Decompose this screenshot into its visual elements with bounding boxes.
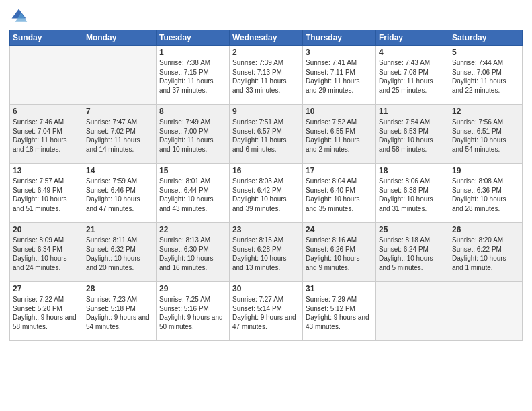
day-info: Sunrise: 8:08 AMSunset: 6:36 PMDaylight:… bbox=[452, 177, 519, 213]
calendar-cell: 30Sunrise: 7:27 AMSunset: 5:14 PMDayligh… bbox=[230, 282, 303, 341]
day-info: Sunrise: 7:38 AMSunset: 7:15 PMDaylight:… bbox=[159, 58, 226, 95]
day-info: Sunrise: 8:18 AMSunset: 6:24 PMDaylight:… bbox=[379, 236, 446, 272]
calendar-cell: 26Sunrise: 8:20 AMSunset: 6:22 PMDayligh… bbox=[449, 223, 523, 282]
calendar-cell: 2Sunrise: 7:39 AMSunset: 7:13 PMDaylight… bbox=[230, 46, 303, 105]
calendar-cell: 18Sunrise: 8:06 AMSunset: 6:38 PMDayligh… bbox=[376, 164, 449, 223]
day-info: Sunrise: 7:59 AMSunset: 6:46 PMDaylight:… bbox=[86, 177, 153, 213]
calendar-cell bbox=[449, 282, 523, 341]
calendar-cell: 6Sunrise: 7:46 AMSunset: 7:04 PMDaylight… bbox=[10, 105, 83, 164]
day-info: Sunrise: 7:47 AMSunset: 7:02 PMDaylight:… bbox=[86, 118, 153, 154]
day-number: 14 bbox=[86, 166, 153, 175]
day-header-friday: Friday bbox=[376, 30, 449, 46]
calendar-cell: 13Sunrise: 7:57 AMSunset: 6:49 PMDayligh… bbox=[10, 164, 83, 223]
calendar-cell: 20Sunrise: 8:09 AMSunset: 6:34 PMDayligh… bbox=[10, 223, 83, 282]
day-number: 9 bbox=[232, 107, 300, 116]
day-info: Sunrise: 8:01 AMSunset: 6:44 PMDaylight:… bbox=[159, 177, 226, 213]
calendar-cell: 15Sunrise: 8:01 AMSunset: 6:44 PMDayligh… bbox=[157, 164, 230, 223]
day-number: 5 bbox=[452, 48, 519, 57]
day-number: 4 bbox=[379, 48, 446, 57]
day-header-sunday: Sunday bbox=[10, 30, 83, 46]
calendar-cell: 27Sunrise: 7:22 AMSunset: 5:20 PMDayligh… bbox=[10, 282, 83, 341]
day-number: 28 bbox=[86, 284, 153, 293]
day-number: 8 bbox=[159, 107, 226, 116]
calendar-week-row: 13Sunrise: 7:57 AMSunset: 6:49 PMDayligh… bbox=[10, 164, 523, 223]
day-info: Sunrise: 7:49 AMSunset: 7:00 PMDaylight:… bbox=[159, 118, 226, 154]
calendar-week-row: 20Sunrise: 8:09 AMSunset: 6:34 PMDayligh… bbox=[10, 223, 523, 282]
calendar-cell: 10Sunrise: 7:52 AMSunset: 6:55 PMDayligh… bbox=[303, 105, 376, 164]
calendar-cell: 29Sunrise: 7:25 AMSunset: 5:16 PMDayligh… bbox=[157, 282, 230, 341]
day-info: Sunrise: 7:39 AMSunset: 7:13 PMDaylight:… bbox=[232, 58, 300, 95]
header bbox=[9, 7, 523, 26]
day-number: 23 bbox=[232, 225, 300, 234]
day-info: Sunrise: 8:15 AMSunset: 6:28 PMDaylight:… bbox=[232, 236, 300, 272]
calendar-header-row: SundayMondayTuesdayWednesdayThursdayFrid… bbox=[10, 30, 523, 46]
day-info: Sunrise: 7:22 AMSunset: 5:20 PMDaylight:… bbox=[13, 295, 80, 331]
day-number: 29 bbox=[159, 284, 226, 293]
calendar-cell: 1Sunrise: 7:38 AMSunset: 7:15 PMDaylight… bbox=[157, 46, 230, 105]
day-header-tuesday: Tuesday bbox=[157, 30, 230, 46]
calendar-cell: 11Sunrise: 7:54 AMSunset: 6:53 PMDayligh… bbox=[376, 105, 449, 164]
day-number: 16 bbox=[232, 166, 300, 175]
day-info: Sunrise: 8:11 AMSunset: 6:32 PMDaylight:… bbox=[86, 236, 153, 272]
calendar-cell: 3Sunrise: 7:41 AMSunset: 7:11 PMDaylight… bbox=[303, 46, 376, 105]
day-info: Sunrise: 8:13 AMSunset: 6:30 PMDaylight:… bbox=[159, 236, 226, 272]
day-info: Sunrise: 7:52 AMSunset: 6:55 PMDaylight:… bbox=[306, 118, 373, 154]
day-info: Sunrise: 7:56 AMSunset: 6:51 PMDaylight:… bbox=[452, 118, 519, 154]
calendar-cell: 24Sunrise: 8:16 AMSunset: 6:26 PMDayligh… bbox=[303, 223, 376, 282]
calendar-week-row: 6Sunrise: 7:46 AMSunset: 7:04 PMDaylight… bbox=[10, 105, 523, 164]
day-info: Sunrise: 7:51 AMSunset: 6:57 PMDaylight:… bbox=[232, 118, 300, 154]
day-number: 18 bbox=[379, 166, 446, 175]
calendar-cell: 31Sunrise: 7:29 AMSunset: 5:12 PMDayligh… bbox=[303, 282, 376, 341]
day-info: Sunrise: 8:09 AMSunset: 6:34 PMDaylight:… bbox=[13, 236, 80, 272]
day-number: 30 bbox=[232, 284, 300, 293]
logo-icon bbox=[9, 7, 28, 26]
day-info: Sunrise: 7:29 AMSunset: 5:12 PMDaylight:… bbox=[306, 295, 373, 331]
calendar-page: SundayMondayTuesdayWednesdayThursdayFrid… bbox=[0, 0, 532, 411]
day-header-monday: Monday bbox=[83, 30, 157, 46]
day-header-saturday: Saturday bbox=[449, 30, 523, 46]
calendar-cell: 9Sunrise: 7:51 AMSunset: 6:57 PMDaylight… bbox=[230, 105, 303, 164]
day-info: Sunrise: 7:57 AMSunset: 6:49 PMDaylight:… bbox=[13, 177, 80, 213]
day-number: 7 bbox=[86, 107, 153, 116]
day-number: 6 bbox=[13, 107, 80, 116]
calendar-cell: 12Sunrise: 7:56 AMSunset: 6:51 PMDayligh… bbox=[449, 105, 523, 164]
day-info: Sunrise: 8:16 AMSunset: 6:26 PMDaylight:… bbox=[306, 236, 373, 272]
calendar-table: SundayMondayTuesdayWednesdayThursdayFrid… bbox=[9, 30, 523, 341]
day-number: 27 bbox=[13, 284, 80, 293]
calendar-cell: 21Sunrise: 8:11 AMSunset: 6:32 PMDayligh… bbox=[83, 223, 157, 282]
day-number: 2 bbox=[232, 48, 300, 57]
day-info: Sunrise: 7:41 AMSunset: 7:11 PMDaylight:… bbox=[306, 58, 373, 95]
day-info: Sunrise: 7:43 AMSunset: 7:08 PMDaylight:… bbox=[379, 58, 446, 95]
calendar-cell: 22Sunrise: 8:13 AMSunset: 6:30 PMDayligh… bbox=[157, 223, 230, 282]
calendar-cell: 16Sunrise: 8:03 AMSunset: 6:42 PMDayligh… bbox=[230, 164, 303, 223]
calendar-cell: 23Sunrise: 8:15 AMSunset: 6:28 PMDayligh… bbox=[230, 223, 303, 282]
day-number: 11 bbox=[379, 107, 446, 116]
day-header-thursday: Thursday bbox=[303, 30, 376, 46]
day-info: Sunrise: 7:23 AMSunset: 5:18 PMDaylight:… bbox=[86, 295, 153, 331]
calendar-cell: 19Sunrise: 8:08 AMSunset: 6:36 PMDayligh… bbox=[449, 164, 523, 223]
calendar-cell bbox=[376, 282, 449, 341]
calendar-cell bbox=[10, 46, 83, 105]
logo bbox=[9, 7, 31, 26]
calendar-cell: 5Sunrise: 7:44 AMSunset: 7:06 PMDaylight… bbox=[449, 46, 523, 105]
calendar-cell: 28Sunrise: 7:23 AMSunset: 5:18 PMDayligh… bbox=[83, 282, 157, 341]
day-info: Sunrise: 7:27 AMSunset: 5:14 PMDaylight:… bbox=[232, 295, 300, 331]
calendar-week-row: 27Sunrise: 7:22 AMSunset: 5:20 PMDayligh… bbox=[10, 282, 523, 341]
day-number: 13 bbox=[13, 166, 80, 175]
day-info: Sunrise: 7:46 AMSunset: 7:04 PMDaylight:… bbox=[13, 118, 80, 154]
calendar-cell: 7Sunrise: 7:47 AMSunset: 7:02 PMDaylight… bbox=[83, 105, 157, 164]
calendar-cell: 17Sunrise: 8:04 AMSunset: 6:40 PMDayligh… bbox=[303, 164, 376, 223]
day-info: Sunrise: 7:25 AMSunset: 5:16 PMDaylight:… bbox=[159, 295, 226, 331]
day-number: 20 bbox=[13, 225, 80, 234]
calendar-cell: 14Sunrise: 7:59 AMSunset: 6:46 PMDayligh… bbox=[83, 164, 157, 223]
day-info: Sunrise: 7:44 AMSunset: 7:06 PMDaylight:… bbox=[452, 58, 519, 95]
day-number: 31 bbox=[306, 284, 373, 293]
day-info: Sunrise: 8:03 AMSunset: 6:42 PMDaylight:… bbox=[232, 177, 300, 213]
day-info: Sunrise: 8:06 AMSunset: 6:38 PMDaylight:… bbox=[379, 177, 446, 213]
day-header-wednesday: Wednesday bbox=[230, 30, 303, 46]
day-info: Sunrise: 8:04 AMSunset: 6:40 PMDaylight:… bbox=[306, 177, 373, 213]
day-number: 12 bbox=[452, 107, 519, 116]
calendar-cell: 25Sunrise: 8:18 AMSunset: 6:24 PMDayligh… bbox=[376, 223, 449, 282]
day-number: 1 bbox=[159, 48, 226, 57]
day-number: 10 bbox=[306, 107, 373, 116]
